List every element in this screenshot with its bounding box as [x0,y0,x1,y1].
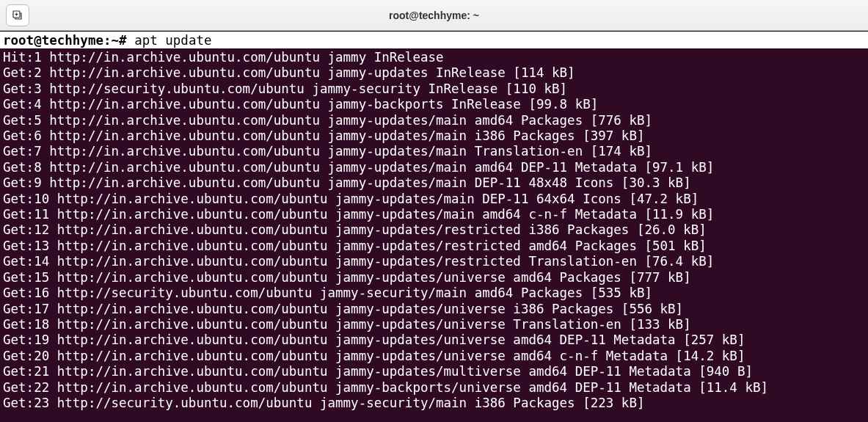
window-titlebar: root@techhyme: ~ [0,0,868,31]
output-line: Get:17 http://in.archive.ubuntu.com/ubun… [3,302,865,317]
window-title: root@techhyme: ~ [389,10,479,21]
output-line: Get:9 http://in.archive.ubuntu.com/ubunt… [3,175,865,191]
terminal-prompt-line[interactable]: root@techhyme:~# apt update [0,31,868,48]
output-line: Get:15 http://in.archive.ubuntu.com/ubun… [3,270,865,285]
output-line: Get:19 http://in.archive.ubuntu.com/ubun… [3,332,865,348]
output-line: Get:20 http://in.archive.ubuntu.com/ubun… [3,349,865,364]
output-line: Get:11 http://in.archive.ubuntu.com/ubun… [3,207,865,222]
shell-prompt: root@techhyme:~# [3,33,134,48]
output-line: Get:4 http://in.archive.ubuntu.com/ubunt… [3,97,865,112]
new-tab-icon [12,10,23,21]
output-line: Get:2 http://in.archive.ubuntu.com/ubunt… [3,65,865,81]
output-line: Get:14 http://in.archive.ubuntu.com/ubun… [3,254,865,269]
output-line: Get:5 http://in.archive.ubuntu.com/ubunt… [3,113,865,128]
output-line: Get:3 http://security.ubuntu.com/ubuntu … [3,81,865,97]
output-line: Get:12 http://in.archive.ubuntu.com/ubun… [3,222,865,238]
output-line: Get:7 http://in.archive.ubuntu.com/ubunt… [3,144,865,159]
output-line: Get:22 http://in.archive.ubuntu.com/ubun… [3,380,865,396]
output-line: Get:13 http://in.archive.ubuntu.com/ubun… [3,239,865,254]
output-line: Get:16 http://security.ubuntu.com/ubuntu… [3,285,865,301]
output-line: Get:23 http://security.ubuntu.com/ubuntu… [3,396,865,411]
output-line: Get:6 http://in.archive.ubuntu.com/ubunt… [3,128,865,144]
shell-command: apt update [134,33,211,48]
output-line: Hit:1 http://in.archive.ubuntu.com/ubunt… [3,50,865,65]
output-line: Get:18 http://in.archive.ubuntu.com/ubun… [3,317,865,332]
output-line: Get:21 http://in.archive.ubuntu.com/ubun… [3,364,865,379]
terminal-output[interactable]: Hit:1 http://in.archive.ubuntu.com/ubunt… [0,48,868,422]
new-tab-button[interactable] [6,4,29,26]
output-line: Get:8 http://in.archive.ubuntu.com/ubunt… [3,160,865,175]
output-line: Get:10 http://in.archive.ubuntu.com/ubun… [3,192,865,207]
